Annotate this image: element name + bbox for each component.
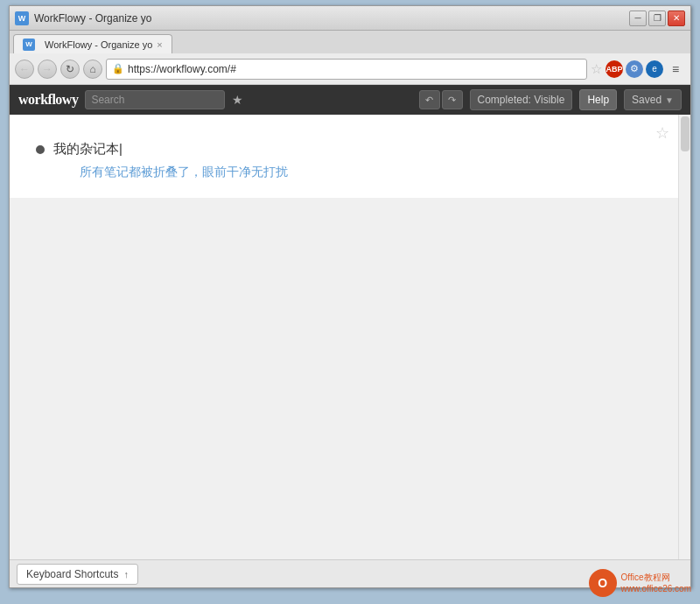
title-bar: W WorkFlowy - Organize yo ─ ❐ ✕	[10, 6, 690, 31]
undo-redo-group: ↶ ↷	[419, 90, 463, 109]
tab-favicon: W	[23, 39, 35, 51]
note-item: 我的杂记本	[36, 141, 652, 158]
shortcuts-arrow-icon: ↑	[123, 569, 129, 579]
refresh-button[interactable]: ↻	[60, 60, 80, 79]
browser-menu-icon[interactable]: ≡	[666, 60, 685, 79]
forward-button[interactable]: →	[38, 60, 57, 79]
window-title: WorkFlowy - Organize yo	[34, 12, 629, 25]
scrollbar-thumb[interactable]	[681, 116, 690, 151]
note-title[interactable]: 我的杂记本	[53, 141, 122, 158]
tab-title: WorkFlowy - Organize yo	[45, 39, 152, 50]
lock-icon: 🔒	[112, 63, 124, 74]
tab-bar: W WorkFlowy - Organize yo ×	[10, 31, 690, 53]
note-bullet[interactable]	[36, 145, 45, 154]
saved-arrow-icon: ▼	[665, 95, 674, 105]
restore-button[interactable]: ❐	[648, 11, 666, 26]
scroll-area[interactable]: ☆ 我的杂记本 所有笔记都被折叠了，眼前干净无打扰	[10, 115, 678, 559]
content-area: ☆ 我的杂记本 所有笔记都被折叠了，眼前干净无打扰	[10, 115, 678, 198]
adblock-icon[interactable]: ABP	[606, 60, 623, 78]
shortcuts-label: Keyboard Shortcuts	[26, 568, 118, 580]
minimize-button[interactable]: ─	[629, 11, 647, 26]
keyboard-shortcuts-button[interactable]: Keyboard Shortcuts ↑	[17, 564, 138, 585]
undo-button[interactable]: ↶	[419, 90, 440, 109]
hint-text: 所有笔记都被折叠了，眼前干净无打扰	[80, 165, 652, 180]
watermark-text: Office教程网 www.office26.com	[621, 572, 691, 594]
main-content: ☆ 我的杂记本 所有笔记都被折叠了，眼前干净无打扰	[10, 115, 678, 198]
search-input[interactable]	[85, 90, 225, 109]
content-wrapper: ☆ 我的杂记本 所有笔记都被折叠了，眼前干净无打扰	[10, 115, 690, 559]
url-bar[interactable]: 🔒 https://workflowy.com/#	[106, 59, 587, 80]
saved-button[interactable]: Saved ▼	[624, 89, 682, 110]
bookmark-star-icon[interactable]: ☆	[591, 61, 602, 77]
ie-icon[interactable]: e	[646, 60, 663, 78]
redo-button[interactable]: ↷	[442, 90, 463, 109]
tab-close-icon[interactable]: ×	[157, 39, 162, 50]
watermark: O Office教程网 www.office26.com	[589, 569, 691, 597]
close-button[interactable]: ✕	[668, 11, 685, 26]
browser-icons: ABP ⚙ e ≡	[606, 60, 685, 79]
help-button[interactable]: Help	[579, 89, 617, 110]
active-tab[interactable]: W WorkFlowy - Organize yo ×	[13, 34, 172, 53]
completed-button[interactable]: Completed: Visible	[470, 89, 573, 110]
search-star-icon[interactable]: ★	[232, 93, 243, 107]
back-button[interactable]: ←	[15, 60, 34, 79]
window-controls: ─ ❐ ✕	[629, 11, 685, 26]
favicon: W	[15, 11, 29, 25]
watermark-icon: O	[589, 569, 617, 597]
favorite-star-icon[interactable]: ☆	[655, 123, 669, 143]
home-button[interactable]: ⌂	[83, 60, 102, 79]
address-bar: ← → ↻ ⌂ 🔒 https://workflowy.com/# ☆ ABP …	[10, 53, 690, 85]
url-text: https://workflowy.com/#	[128, 63, 581, 75]
app-toolbar: workflowy ★ ↶ ↷ Completed: Visible Help …	[10, 85, 690, 115]
scrollbar[interactable]	[678, 115, 690, 559]
saved-label: Saved	[632, 94, 662, 106]
app-logo: workflowy	[18, 92, 78, 108]
browser-action-icon[interactable]: ⚙	[626, 60, 643, 78]
